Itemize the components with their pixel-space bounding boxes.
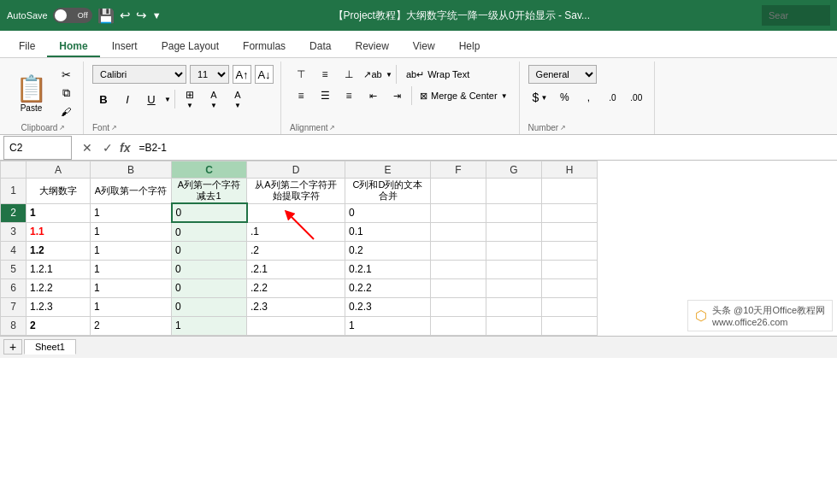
save-icon[interactable]: 💾	[97, 8, 115, 24]
cell-8-B[interactable]: 2	[91, 316, 172, 335]
cell-7-C[interactable]: 0	[172, 297, 247, 316]
dropdown-currency-icon[interactable]: ▼	[540, 94, 547, 102]
cell-6-B[interactable]: 1	[91, 278, 172, 297]
cell-7-G[interactable]	[486, 297, 542, 316]
paste-button[interactable]: 📋 Paste	[10, 70, 52, 116]
cell-6-H[interactable]	[542, 278, 598, 297]
cell-5-A[interactable]: 1.2.1	[27, 260, 91, 278]
cell-3-A[interactable]: 1.1	[27, 222, 91, 241]
tab-insert[interactable]: Insert	[100, 35, 150, 57]
tab-page-layout[interactable]: Page Layout	[150, 35, 231, 57]
cell-2-F[interactable]	[431, 203, 486, 222]
cell-4-A[interactable]: 1.2	[27, 241, 91, 260]
cell-7-E[interactable]: 0.2.3	[345, 297, 431, 316]
col-header-b[interactable]: B	[91, 161, 172, 179]
cell-4-F[interactable]	[431, 241, 486, 260]
cell-6-D[interactable]: .2.2	[247, 278, 345, 297]
cell-3-C[interactable]: 0	[172, 222, 247, 241]
cell-2-H[interactable]	[542, 203, 598, 222]
cell-1-E[interactable]: C列和D列的文本合并	[345, 179, 431, 204]
search-input[interactable]	[762, 5, 830, 26]
cell-4-E[interactable]: 0.2	[345, 241, 431, 260]
cell-7-A[interactable]: 1.2.3	[27, 297, 91, 316]
cell-6-G[interactable]	[486, 278, 542, 297]
cancel-formula-button[interactable]: ✕	[79, 141, 96, 155]
autosave-toggle[interactable]: Off	[53, 8, 92, 23]
font-color-button[interactable]: A ▼	[227, 89, 249, 109]
align-top-button[interactable]: ⊤	[290, 65, 312, 84]
decrease-decimal-button[interactable]: .0	[601, 88, 623, 107]
highlight-color-button[interactable]: A ▼	[203, 89, 225, 109]
cell-1-G[interactable]	[486, 179, 542, 204]
cell-8-F[interactable]	[431, 316, 486, 335]
dropdown-merge-icon[interactable]: ▼	[501, 92, 508, 100]
cell-7-H[interactable]	[542, 297, 598, 316]
insert-function-button[interactable]: fx	[120, 141, 130, 155]
col-header-e[interactable]: E	[345, 161, 431, 179]
align-center-button[interactable]: ☰	[314, 86, 336, 105]
align-left-button[interactable]: ≡	[290, 86, 312, 105]
cut-button[interactable]: ✂	[56, 66, 76, 83]
cell-5-D[interactable]: .2.1	[247, 260, 345, 278]
number-expand-icon[interactable]: ↗	[560, 124, 566, 132]
cell-6-E[interactable]: 0.2.2	[345, 278, 431, 297]
cell-8-H[interactable]	[542, 316, 598, 335]
col-header-f[interactable]: F	[431, 161, 486, 179]
cell-6-F[interactable]	[431, 278, 486, 297]
orientation-button[interactable]: ↗ab	[362, 65, 384, 84]
tab-view[interactable]: View	[401, 35, 447, 57]
row-header-8[interactable]: 8	[1, 316, 27, 335]
cell-4-G[interactable]	[486, 241, 542, 260]
cell-3-G[interactable]	[486, 222, 542, 241]
decrease-indent-button[interactable]: ⇤	[362, 86, 384, 105]
dropdown-orientation-icon[interactable]: ▼	[386, 71, 392, 79]
dropdown-border-icon[interactable]: ▼	[186, 102, 193, 109]
cell-3-B[interactable]: 1	[91, 222, 172, 241]
font-size-select[interactable]: 11	[190, 65, 229, 84]
copy-button[interactable]: ⧉	[56, 85, 76, 102]
align-right-button[interactable]: ≡	[338, 86, 360, 105]
row-header-3[interactable]: 3	[1, 222, 27, 241]
cell-2-C[interactable]: 0	[172, 203, 247, 222]
comma-button[interactable]: ,	[577, 88, 599, 107]
cell-2-E[interactable]: 0	[345, 203, 431, 222]
sheet-tab-sheet1[interactable]: Sheet1	[24, 339, 76, 355]
cell-7-B[interactable]: 1	[91, 297, 172, 316]
percent-button[interactable]: %	[553, 88, 575, 107]
underline-button[interactable]: U	[140, 89, 162, 109]
number-format-select[interactable]: General	[528, 65, 597, 84]
grow-font-button[interactable]: A↑	[233, 65, 251, 84]
cell-2-B[interactable]: 1	[91, 203, 172, 222]
tab-review[interactable]: Review	[343, 35, 400, 57]
redo-icon[interactable]: ↪	[136, 8, 147, 23]
cell-3-F[interactable]	[431, 222, 486, 241]
cell-8-C[interactable]: 1	[172, 316, 247, 335]
cell-4-C[interactable]: 0	[172, 241, 247, 260]
row-header-7[interactable]: 7	[1, 297, 27, 316]
dropdown-fontcolor-icon[interactable]: ▼	[234, 102, 241, 109]
col-header-d[interactable]: D	[247, 161, 345, 179]
cell-2-D[interactable]	[247, 203, 345, 222]
cell-5-G[interactable]	[486, 260, 542, 278]
col-header-g[interactable]: G	[486, 161, 542, 179]
tab-home[interactable]: Home	[47, 35, 99, 57]
row-header-4[interactable]: 4	[1, 241, 27, 260]
dropdown-underline-icon[interactable]: ▼	[164, 96, 171, 103]
cell-2-G[interactable]	[486, 203, 542, 222]
tab-help[interactable]: Help	[447, 35, 492, 57]
cell-8-A[interactable]: 2	[27, 316, 91, 335]
cell-8-D[interactable]	[247, 316, 345, 335]
undo-icon[interactable]: ↩	[120, 8, 131, 23]
cell-4-D[interactable]: .2	[247, 241, 345, 260]
cell-5-B[interactable]: 1	[91, 260, 172, 278]
merge-center-button[interactable]: ⊠ Merge & Center ▼	[416, 86, 512, 105]
customize-icon[interactable]: ▼	[152, 10, 162, 21]
row-header-6[interactable]: 6	[1, 278, 27, 297]
font-expand-icon[interactable]: ↗	[111, 124, 117, 132]
row-header-5[interactable]: 5	[1, 260, 27, 278]
row-header-1[interactable]: 1	[1, 179, 27, 204]
cell-1-C[interactable]: A列第一个字符减去1	[172, 179, 247, 204]
tab-file[interactable]: File	[7, 35, 47, 57]
increase-decimal-button[interactable]: .00	[625, 88, 647, 107]
align-middle-button[interactable]: ≡	[314, 65, 336, 84]
